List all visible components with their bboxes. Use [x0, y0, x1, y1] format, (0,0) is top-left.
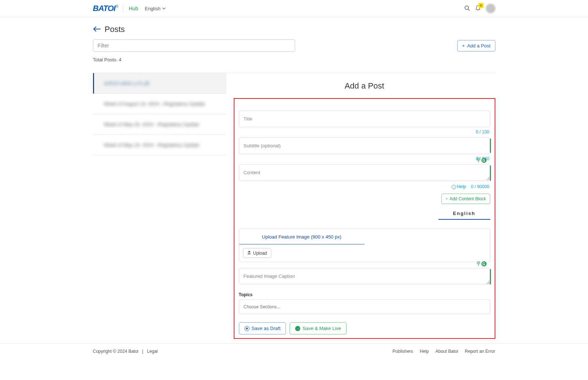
- logo-separator: [123, 4, 123, 12]
- draft-icon: ✱: [244, 326, 250, 331]
- content-count-text: 0 / 90000: [471, 184, 489, 189]
- subtitle-char-count: 0 / 240: [239, 155, 490, 164]
- post-title: Week of May 15, 2024 - Regulatory Update: [104, 142, 199, 148]
- filter-input[interactable]: [93, 39, 295, 52]
- subtitle-input[interactable]: [239, 137, 490, 154]
- pin-icon: [477, 261, 480, 266]
- upload-box: Upload Feature Image (900 x 450 px) Uplo…: [239, 229, 490, 262]
- svg-point-3: [478, 159, 478, 159]
- post-title: dsRuD either y-th yB: [104, 80, 150, 86]
- add-content-block-button[interactable]: Add Content Block: [441, 194, 490, 204]
- list-item[interactable]: Week of May 15, 2024 - Regulatory Update: [93, 135, 226, 155]
- field-marker: [490, 139, 491, 153]
- title-char-count: 0 / 100: [239, 128, 490, 137]
- brand-logo[interactable]: BATOI®: [93, 4, 118, 13]
- save-draft-button[interactable]: ✱ Save as Draft: [239, 322, 286, 334]
- hub-link[interactable]: Hub: [129, 6, 138, 11]
- form-panel: Add a Post 0 / 100 0 / 240: [226, 73, 495, 339]
- svg-line-1: [468, 9, 470, 11]
- chevron-down-icon: [162, 6, 166, 11]
- footer-link-help[interactable]: Help: [420, 349, 429, 354]
- list-item[interactable]: Week of August 10, 2024 - Regulatory Upd…: [93, 94, 226, 114]
- field-marker: [490, 269, 491, 284]
- back-arrow-icon[interactable]: [93, 26, 101, 33]
- footer-link-publishers[interactable]: Publishers: [392, 349, 413, 354]
- content-char-count: iHelp 0 / 90000: [239, 183, 490, 192]
- topics-label: Topics: [239, 292, 490, 297]
- language-selector[interactable]: English: [145, 6, 166, 11]
- footer-link-about[interactable]: About Batoi: [435, 349, 458, 354]
- caption-input[interactable]: [239, 268, 490, 284]
- list-item[interactable]: Week of May 20, 2024 - Regulatory Update: [93, 114, 226, 135]
- save-draft-label: Save as Draft: [252, 326, 281, 331]
- language-label: English: [145, 6, 161, 11]
- footer-link-report[interactable]: Report an Error: [465, 349, 495, 354]
- pin-icon: [477, 158, 480, 163]
- form-container: 0 / 100 0 / 240 G: [234, 98, 495, 339]
- posts-list: dsRuD either y-th yB Week of August 10, …: [93, 73, 226, 339]
- field-marker: [490, 165, 491, 181]
- search-icon[interactable]: [464, 5, 470, 12]
- help-icon: i: [452, 185, 456, 189]
- upload-button[interactable]: Upload: [243, 248, 271, 258]
- upload-icon: [247, 250, 251, 256]
- page-title: Posts: [105, 25, 125, 34]
- post-title: Week of August 10, 2024 - Regulatory Upd…: [104, 101, 205, 107]
- svg-point-5: [478, 262, 478, 263]
- user-avatar[interactable]: [486, 4, 495, 13]
- svg-point-0: [465, 6, 469, 10]
- registered-icon: ®: [116, 4, 118, 8]
- total-posts-label: Total Posts: 4: [93, 57, 495, 62]
- notification-badge: 0: [478, 3, 484, 8]
- plus-icon: +: [462, 43, 465, 49]
- add-post-label: Add a Post: [467, 43, 491, 49]
- legal-link[interactable]: Legal: [147, 349, 158, 354]
- form-heading: Add a Post: [234, 73, 495, 98]
- app-header: BATOI® Hub English 0: [0, 0, 588, 17]
- grammarly-icon: G: [481, 158, 487, 163]
- logo-text: BATOI: [93, 4, 115, 13]
- upload-label: Upload Feature Image (900 x 450 px): [244, 234, 360, 240]
- save-live-button[interactable]: → Save & Make Live: [290, 322, 347, 334]
- language-tab[interactable]: English: [438, 208, 490, 220]
- help-link[interactable]: iHelp: [452, 184, 466, 189]
- upload-button-label: Upload: [253, 251, 267, 256]
- footer-sep: |: [142, 349, 143, 354]
- grammarly-icon: G: [481, 261, 487, 266]
- list-item[interactable]: dsRuD either y-th yB: [93, 73, 226, 94]
- copyright-text: Copyright © 2024 Batoi: [93, 349, 139, 354]
- content-input[interactable]: [239, 164, 490, 181]
- footer: Copyright © 2024 Batoi | Legal Publisher…: [0, 343, 588, 365]
- title-input[interactable]: [239, 111, 490, 127]
- live-icon: →: [295, 326, 300, 331]
- add-post-button[interactable]: + Add a Post: [457, 40, 495, 51]
- topics-input[interactable]: [239, 300, 490, 314]
- save-live-label: Save & Make Live: [302, 326, 341, 331]
- notification-bell-icon[interactable]: 0: [475, 5, 481, 12]
- post-title: Week of May 20, 2024 - Regulatory Update: [104, 122, 199, 127]
